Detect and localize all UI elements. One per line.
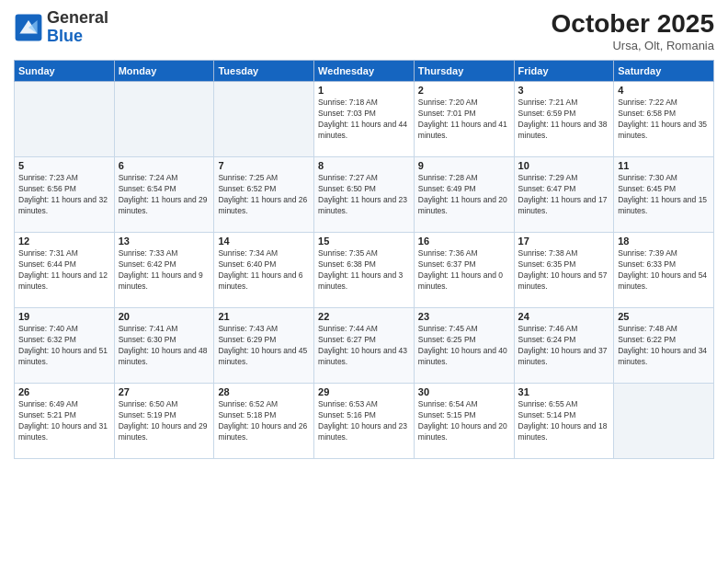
day-cell-3-0: 19Sunrise: 7:40 AMSunset: 6:32 PMDayligh… (15, 308, 115, 384)
day-info: Sunrise: 7:28 AMSunset: 6:49 PMDaylight:… (418, 173, 510, 217)
day-info: Sunrise: 7:34 AMSunset: 6:40 PMDaylight:… (218, 248, 310, 293)
day-info: Sunrise: 7:23 AMSunset: 6:56 PMDaylight:… (18, 173, 110, 217)
day-info: Sunrise: 7:35 AMSunset: 6:38 PMDaylight:… (318, 248, 410, 293)
day-number: 22 (318, 311, 410, 322)
day-cell-4-3: 29Sunrise: 6:53 AMSunset: 5:16 PMDayligh… (314, 384, 415, 459)
day-number: 10 (518, 160, 610, 171)
day-number: 7 (218, 160, 310, 171)
day-number: 16 (418, 236, 510, 247)
logo-text: General Blue (47, 9, 108, 46)
day-info: Sunrise: 7:45 AMSunset: 6:25 PMDaylight:… (418, 324, 510, 368)
day-cell-1-5: 10Sunrise: 7:29 AMSunset: 6:47 PMDayligh… (514, 157, 614, 233)
day-number: 3 (518, 85, 610, 96)
day-cell-0-1 (114, 82, 214, 157)
day-cell-1-2: 7Sunrise: 7:25 AMSunset: 6:52 PMDaylight… (214, 157, 314, 233)
day-number: 18 (618, 236, 710, 247)
week-row-3: 19Sunrise: 7:40 AMSunset: 6:32 PMDayligh… (15, 308, 714, 384)
day-cell-0-0 (15, 82, 115, 157)
day-cell-3-4: 23Sunrise: 7:45 AMSunset: 6:25 PMDayligh… (414, 308, 514, 384)
header-saturday: Saturday (614, 61, 714, 82)
day-cell-2-1: 13Sunrise: 7:33 AMSunset: 6:42 PMDayligh… (114, 233, 214, 308)
day-number: 23 (418, 311, 510, 322)
day-cell-4-2: 28Sunrise: 6:52 AMSunset: 5:18 PMDayligh… (214, 384, 314, 459)
day-info: Sunrise: 7:20 AMSunset: 7:01 PMDaylight:… (418, 98, 510, 142)
day-cell-3-1: 20Sunrise: 7:41 AMSunset: 6:30 PMDayligh… (114, 308, 214, 384)
day-cell-0-3: 1Sunrise: 7:18 AMSunset: 7:03 PMDaylight… (314, 82, 415, 157)
header-sunday: Sunday (15, 61, 115, 82)
week-row-0: 1Sunrise: 7:18 AMSunset: 7:03 PMDaylight… (15, 82, 714, 157)
day-info: Sunrise: 7:36 AMSunset: 6:37 PMDaylight:… (418, 248, 510, 293)
logo: General Blue (14, 9, 108, 46)
day-number: 25 (618, 311, 710, 322)
week-row-2: 12Sunrise: 7:31 AMSunset: 6:44 PMDayligh… (15, 233, 714, 308)
day-info: Sunrise: 7:39 AMSunset: 6:33 PMDaylight:… (618, 248, 710, 293)
day-info: Sunrise: 7:41 AMSunset: 6:30 PMDaylight:… (119, 324, 210, 368)
day-number: 12 (18, 236, 110, 247)
day-info: Sunrise: 7:25 AMSunset: 6:52 PMDaylight:… (218, 173, 310, 217)
day-number: 24 (518, 311, 610, 322)
day-number: 30 (418, 386, 510, 397)
day-number: 27 (119, 386, 210, 397)
day-cell-0-4: 2Sunrise: 7:20 AMSunset: 7:01 PMDaylight… (414, 82, 514, 157)
day-cell-2-4: 16Sunrise: 7:36 AMSunset: 6:37 PMDayligh… (414, 233, 514, 308)
day-cell-3-6: 25Sunrise: 7:48 AMSunset: 6:22 PMDayligh… (614, 308, 714, 384)
day-number: 20 (119, 311, 210, 322)
day-number: 9 (418, 160, 510, 171)
day-info: Sunrise: 7:40 AMSunset: 6:32 PMDaylight:… (18, 324, 110, 368)
day-number: 14 (218, 236, 310, 247)
day-info: Sunrise: 6:54 AMSunset: 5:15 PMDaylight:… (418, 399, 510, 443)
day-number: 29 (318, 386, 410, 397)
day-info: Sunrise: 7:38 AMSunset: 6:35 PMDaylight:… (518, 248, 610, 293)
page: General Blue October 2025 Ursa, Olt, Rom… (0, 0, 728, 563)
day-cell-4-1: 27Sunrise: 6:50 AMSunset: 5:19 PMDayligh… (114, 384, 214, 459)
day-info: Sunrise: 7:27 AMSunset: 6:50 PMDaylight:… (318, 173, 410, 217)
day-info: Sunrise: 7:33 AMSunset: 6:42 PMDaylight:… (119, 248, 210, 293)
day-number: 15 (318, 236, 410, 247)
day-info: Sunrise: 7:24 AMSunset: 6:54 PMDaylight:… (119, 173, 210, 217)
week-row-4: 26Sunrise: 6:49 AMSunset: 5:21 PMDayligh… (15, 384, 714, 459)
day-cell-1-6: 11Sunrise: 7:30 AMSunset: 6:45 PMDayligh… (614, 157, 714, 233)
day-info: Sunrise: 6:49 AMSunset: 5:21 PMDaylight:… (18, 399, 110, 443)
title-block: October 2025 Ursa, Olt, Romania (552, 9, 714, 52)
day-cell-3-2: 21Sunrise: 7:43 AMSunset: 6:29 PMDayligh… (214, 308, 314, 384)
day-cell-0-2 (214, 82, 314, 157)
logo-icon (14, 13, 43, 42)
header-thursday: Thursday (414, 61, 514, 82)
day-number: 17 (518, 236, 610, 247)
calendar: Sunday Monday Tuesday Wednesday Thursday… (14, 60, 714, 459)
day-cell-4-4: 30Sunrise: 6:54 AMSunset: 5:15 PMDayligh… (414, 384, 514, 459)
day-cell-0-5: 3Sunrise: 7:21 AMSunset: 6:59 PMDaylight… (514, 82, 614, 157)
day-number: 31 (518, 386, 610, 397)
day-cell-3-5: 24Sunrise: 7:46 AMSunset: 6:24 PMDayligh… (514, 308, 614, 384)
day-cell-2-5: 17Sunrise: 7:38 AMSunset: 6:35 PMDayligh… (514, 233, 614, 308)
month-title: October 2025 (552, 9, 714, 39)
day-number: 26 (18, 386, 110, 397)
day-cell-1-1: 6Sunrise: 7:24 AMSunset: 6:54 PMDaylight… (114, 157, 214, 233)
day-cell-0-6: 4Sunrise: 7:22 AMSunset: 6:58 PMDaylight… (614, 82, 714, 157)
day-number: 8 (318, 160, 410, 171)
day-number: 5 (18, 160, 110, 171)
day-number: 6 (119, 160, 210, 171)
day-cell-4-0: 26Sunrise: 6:49 AMSunset: 5:21 PMDayligh… (15, 384, 115, 459)
day-info: Sunrise: 7:43 AMSunset: 6:29 PMDaylight:… (218, 324, 310, 368)
day-number: 11 (618, 160, 710, 171)
day-info: Sunrise: 7:31 AMSunset: 6:44 PMDaylight:… (18, 248, 110, 293)
day-info: Sunrise: 7:21 AMSunset: 6:59 PMDaylight:… (518, 98, 610, 142)
day-info: Sunrise: 7:29 AMSunset: 6:47 PMDaylight:… (518, 173, 610, 217)
day-info: Sunrise: 6:52 AMSunset: 5:18 PMDaylight:… (218, 399, 310, 443)
header-monday: Monday (114, 61, 214, 82)
day-number: 13 (119, 236, 210, 247)
day-info: Sunrise: 6:55 AMSunset: 5:14 PMDaylight:… (518, 399, 610, 443)
day-info: Sunrise: 6:50 AMSunset: 5:19 PMDaylight:… (119, 399, 210, 443)
day-cell-1-4: 9Sunrise: 7:28 AMSunset: 6:49 PMDaylight… (414, 157, 514, 233)
header-tuesday: Tuesday (214, 61, 314, 82)
day-cell-4-5: 31Sunrise: 6:55 AMSunset: 5:14 PMDayligh… (514, 384, 614, 459)
day-cell-2-2: 14Sunrise: 7:34 AMSunset: 6:40 PMDayligh… (214, 233, 314, 308)
day-info: Sunrise: 7:18 AMSunset: 7:03 PMDaylight:… (318, 98, 410, 142)
logo-general: General (47, 8, 108, 27)
header-wednesday: Wednesday (314, 61, 415, 82)
day-number: 28 (218, 386, 310, 397)
day-info: Sunrise: 6:53 AMSunset: 5:16 PMDaylight:… (318, 399, 410, 443)
weekday-header-row: Sunday Monday Tuesday Wednesday Thursday… (15, 61, 714, 82)
day-cell-1-3: 8Sunrise: 7:27 AMSunset: 6:50 PMDaylight… (314, 157, 415, 233)
